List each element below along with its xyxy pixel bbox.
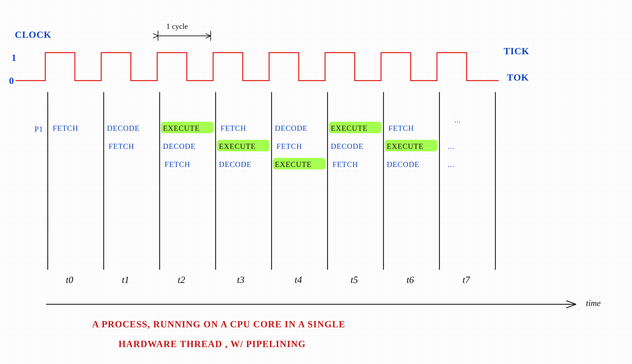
stage: EXECUTE: [387, 142, 424, 150]
tick-t2: t2: [178, 274, 185, 285]
clock-hi: 1: [12, 52, 17, 63]
stage: EXECUTE: [331, 124, 368, 132]
tick-t6: t6: [406, 274, 414, 285]
stage: FETCH: [332, 160, 358, 168]
caption-line-1: A PROCESS, RUNNING ON A CPU CORE IN A SI…: [92, 319, 345, 329]
time-axis-label: time: [586, 298, 601, 308]
cycle-label: 1 cycle: [166, 22, 188, 30]
pipeline-row-2: FETCH DECODE EXECUTE FETCH DECODE EXECUT…: [109, 142, 454, 150]
tick-label: TICK: [504, 46, 529, 56]
pipelining-diagram: CLOCK 1 0 1 cycle TICK TOK P1 FETCH DECO…: [0, 0, 632, 364]
tok-label: TOK: [507, 72, 529, 83]
stage: FETCH: [277, 142, 302, 150]
clock-label: CLOCK: [15, 29, 52, 40]
stage: DECODE: [331, 142, 364, 150]
tick-t5: t5: [351, 274, 358, 285]
stage: FETCH: [109, 142, 134, 150]
clock-lo: 0: [9, 75, 14, 86]
clock-wave: [16, 53, 499, 80]
stage: DECODE: [219, 160, 252, 168]
stage: DECODE: [275, 124, 308, 132]
ellipsis: ...: [454, 116, 461, 124]
tick-t0: t0: [66, 274, 73, 285]
stage: FETCH: [221, 124, 246, 132]
pipeline-row-3: FETCH DECODE EXECUTE FETCH DECODE ...: [165, 160, 454, 168]
stage: DECODE: [163, 142, 196, 150]
time-axis-arrow: [46, 301, 576, 308]
tick-t1: t1: [122, 274, 129, 285]
tick-t7: t7: [462, 274, 470, 285]
stage: EXECUTE: [163, 124, 200, 132]
ellipsis: ...: [448, 160, 454, 168]
caption-line-2: HARDWARE THREAD , W/ PIPELINING: [119, 339, 306, 349]
ellipsis: ...: [448, 142, 454, 150]
stage: DECODE: [107, 124, 140, 132]
tick-t4: t4: [295, 274, 302, 285]
tick-t3: t3: [237, 274, 244, 285]
cycle-span-arrow: [153, 34, 211, 38]
stage: EXECUTE: [275, 160, 312, 168]
stage: DECODE: [387, 160, 419, 168]
stage: FETCH: [53, 124, 78, 132]
stage: EXECUTE: [219, 142, 256, 150]
pipeline-row-1: FETCH DECODE EXECUTE FETCH DECODE EXECUT…: [53, 116, 461, 132]
stage: FETCH: [165, 160, 190, 168]
stage: FETCH: [388, 124, 414, 132]
time-gridlines: [48, 92, 495, 270]
tick-labels: t0 t1 t2 t3 t4 t5 t6 t7: [66, 274, 470, 285]
pipe-label: P1: [35, 125, 43, 133]
